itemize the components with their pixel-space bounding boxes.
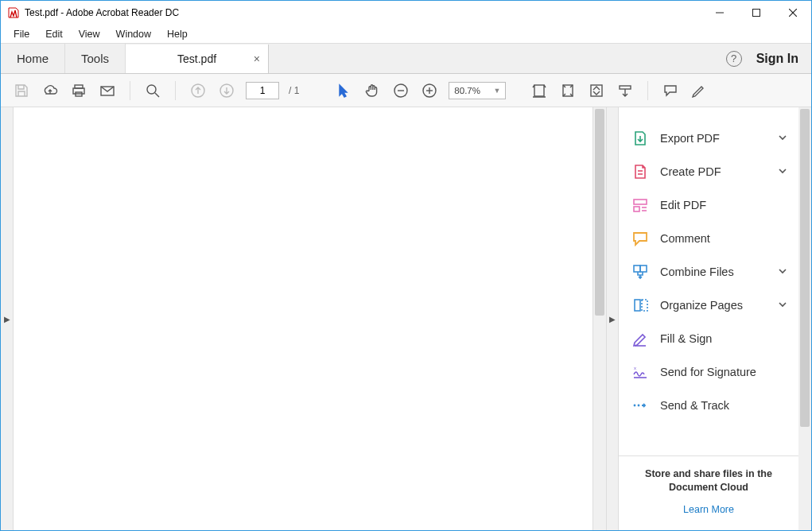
tool-label: Send & Track [660, 399, 787, 412]
main-area: ▶ ▶ Export PDFCreate PDFEdit PDFCommentC… [1, 107, 811, 530]
svg-rect-23 [634, 200, 647, 204]
minimize-button[interactable] [701, 1, 738, 25]
tool-label: Edit PDF [660, 199, 787, 211]
svg-rect-24 [634, 207, 639, 211]
svg-rect-5 [73, 88, 84, 94]
svg-rect-17 [534, 85, 544, 96]
svg-point-35 [638, 405, 640, 407]
chevron-down-icon [778, 165, 787, 178]
document-scrollbar[interactable] [593, 107, 606, 530]
document-view[interactable] [14, 107, 593, 530]
close-button[interactable] [775, 1, 811, 25]
save-icon[interactable] [12, 81, 31, 100]
tab-close-icon[interactable]: × [254, 52, 260, 65]
tab-document[interactable]: Test.pdf × [126, 45, 269, 73]
tool-sendtrack[interactable]: Send & Track [619, 389, 798, 422]
organize-icon [631, 297, 649, 314]
maximize-button[interactable] [738, 1, 775, 25]
print-icon[interactable] [69, 81, 88, 100]
tool-organize[interactable]: Organize Pages [619, 289, 798, 322]
svg-rect-27 [634, 266, 640, 272]
tool-label: Combine Files [660, 266, 767, 278]
svg-rect-29 [635, 300, 640, 311]
toolbar: / 1 80.7%▼ [1, 74, 811, 107]
svg-rect-1 [753, 10, 760, 17]
cloud-promo-text: Store and share files in the Document Cl… [631, 467, 786, 494]
fullscreen-icon[interactable] [587, 81, 606, 100]
tool-label: Export PDF [660, 132, 767, 145]
scrollbar-thumb[interactable] [800, 109, 810, 427]
svg-text:x: x [634, 366, 636, 370]
app-icon [7, 6, 20, 19]
learn-more-link[interactable]: Learn More [683, 504, 734, 515]
svg-point-34 [634, 405, 636, 407]
sign-icon[interactable] [690, 81, 709, 100]
page-number-input[interactable] [246, 82, 279, 99]
create-icon [631, 163, 649, 180]
help-icon[interactable]: ? [726, 51, 742, 67]
title-bar: Test.pdf - Adobe Acrobat Reader DC [1, 1, 811, 25]
tool-sendsig[interactable]: xSend for Signature [619, 355, 798, 389]
comment-icon [631, 230, 649, 247]
left-panel-toggle[interactable]: ▶ [1, 107, 14, 530]
menu-file[interactable]: File [6, 26, 37, 42]
chevron-down-icon [778, 299, 787, 312]
sendtrack-icon [631, 397, 649, 414]
tool-fillsign[interactable]: Fill & Sign [619, 322, 798, 355]
tab-strip: Home Tools Test.pdf × ? Sign In [1, 44, 811, 74]
zoom-in-icon[interactable] [420, 81, 439, 100]
svg-line-9 [155, 93, 159, 97]
tool-comment[interactable]: Comment [619, 222, 798, 255]
tools-panel-scrollbar[interactable] [798, 107, 811, 530]
tool-export[interactable]: Export PDF [619, 122, 798, 155]
search-icon[interactable] [143, 81, 162, 100]
comment-icon[interactable] [661, 81, 680, 100]
fillsign-icon [631, 330, 649, 347]
sendsig-icon: x [631, 363, 649, 381]
menu-help[interactable]: Help [159, 26, 196, 42]
chevron-down-icon [778, 266, 787, 278]
export-icon [631, 130, 649, 147]
scrollbar-thumb[interactable] [595, 109, 604, 316]
tool-label: Send for Signature [660, 366, 787, 378]
menu-window[interactable]: Window [108, 26, 159, 42]
menu-edit[interactable]: Edit [37, 26, 71, 42]
separator [130, 81, 130, 100]
fit-width-icon[interactable] [530, 81, 549, 100]
menu-view[interactable]: View [71, 26, 108, 42]
tab-tools[interactable]: Tools [65, 44, 126, 73]
tool-create[interactable]: Create PDF [619, 155, 798, 188]
tool-edit[interactable]: Edit PDF [619, 188, 798, 222]
chevron-down-icon [778, 132, 787, 145]
window-title: Test.pdf - Adobe Acrobat Reader DC [25, 7, 701, 18]
tools-panel-footer: Store and share files in the Document Cl… [619, 455, 798, 530]
tab-home[interactable]: Home [1, 44, 65, 73]
edit-icon [631, 196, 649, 214]
select-tool-icon[interactable] [334, 81, 353, 100]
separator [647, 81, 648, 100]
svg-point-8 [147, 85, 156, 94]
caret-down-icon: ▼ [493, 87, 500, 95]
fit-page-icon[interactable] [558, 81, 577, 100]
menu-bar: File Edit View Window Help [1, 25, 811, 44]
hand-tool-icon[interactable] [363, 81, 382, 100]
right-panel-toggle[interactable]: ▶ [606, 107, 619, 530]
email-icon[interactable] [98, 81, 117, 100]
next-page-icon[interactable] [217, 81, 236, 100]
cloud-upload-icon[interactable] [41, 81, 60, 100]
tool-combine[interactable]: Combine Files [619, 255, 798, 289]
zoom-out-icon[interactable] [391, 81, 410, 100]
svg-rect-28 [640, 266, 647, 272]
zoom-select[interactable]: 80.7%▼ [449, 82, 506, 99]
zoom-value: 80.7% [454, 86, 480, 95]
separator [175, 81, 176, 100]
tool-label: Comment [660, 232, 787, 245]
tool-label: Organize Pages [660, 299, 767, 312]
read-mode-icon[interactable] [616, 81, 635, 100]
svg-rect-30 [642, 300, 647, 311]
tool-label: Fill & Sign [660, 332, 787, 345]
sign-in-button[interactable]: Sign In [756, 52, 798, 66]
tool-label: Create PDF [660, 165, 767, 178]
prev-page-icon[interactable] [188, 81, 208, 100]
svg-rect-20 [620, 86, 631, 89]
